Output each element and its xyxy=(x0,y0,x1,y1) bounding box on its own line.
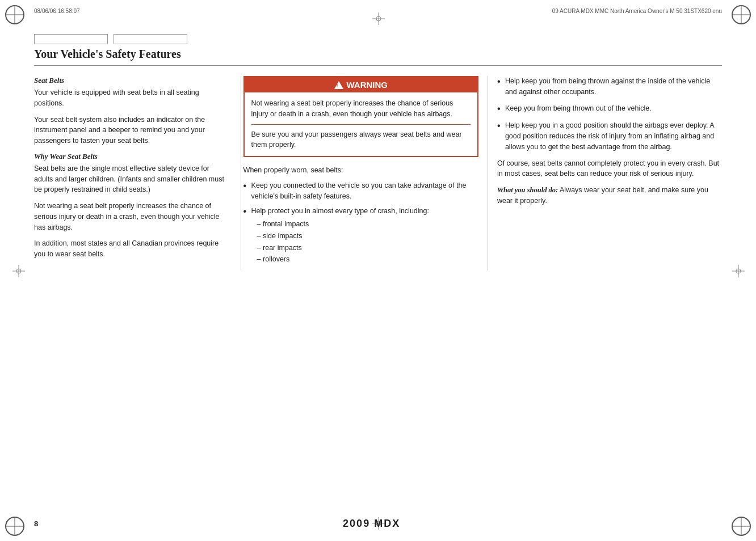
of-course-para: Of course, seat belts cannot completely … xyxy=(497,158,722,180)
right-bullet-1: • Help keep you from being thrown agains… xyxy=(497,76,722,98)
header-boxes xyxy=(34,34,722,44)
warning-triangle-icon xyxy=(334,81,343,89)
what-you-should-para: What you should do: Always wear your sea… xyxy=(497,185,722,206)
bullet-section: When properly worn, seat belts: • Keep y… xyxy=(243,165,478,266)
bullet-text-2-label: Help protect you in almost every type of… xyxy=(251,207,429,215)
warning-box: WARNING Not wearing a seat belt properly… xyxy=(243,76,478,157)
page-title: Your Vehicle's Safety Features xyxy=(34,48,722,61)
right-bullet-dot-1: • xyxy=(497,76,505,88)
page-number: 8 xyxy=(34,519,38,528)
col-left: Seat Belts Your vehicle is equipped with… xyxy=(34,76,241,265)
right-bullet-text-3: Help keep you in a good position should … xyxy=(505,120,722,152)
crosshair-right xyxy=(732,265,744,276)
header-box-2 xyxy=(114,34,187,44)
header-section: Your Vehicle's Safety Features xyxy=(34,34,722,66)
three-columns: Seat Belts Your vehicle is equipped with… xyxy=(34,76,722,270)
page: 08/06/06 16:58:07 09 ACURA MDX MMC North… xyxy=(0,0,756,541)
warning-body: Not wearing a seat belt properly increas… xyxy=(245,92,477,156)
sub-bullet-frontal: frontal impacts xyxy=(257,219,478,230)
right-bullet-text-1: Help keep you from being thrown against … xyxy=(505,76,722,98)
warning-header: WARNING xyxy=(245,77,477,92)
footer: 8 2009 MDX xyxy=(34,518,722,530)
header-box-1 xyxy=(34,34,108,44)
why-wear-para3: Seat belts are the single most effective… xyxy=(34,163,229,195)
right-bullet-3: • Help keep you in a good position shoul… xyxy=(497,120,722,152)
bullet-text-2: Help protect you in almost every type of… xyxy=(251,206,478,266)
what-you-should-label: What you should do: xyxy=(497,186,558,194)
why-wear-para4: Not wearing a seat belt properly increas… xyxy=(34,201,229,233)
footer-model: 2009 MDX xyxy=(343,518,400,530)
crosshair-top xyxy=(372,12,384,24)
meta-line: 08/06/06 16:58:07 09 ACURA MDX MMC North… xyxy=(34,8,722,14)
sub-bullet-list: frontal impacts side impacts rear impact… xyxy=(257,219,478,265)
right-bullet-2: • Keep you from being thrown out of the … xyxy=(497,103,722,115)
corner-decoration-bl xyxy=(5,516,25,536)
right-bullet-dot-3: • xyxy=(497,120,505,132)
main-content: Your Vehicle's Safety Features Seat Belt… xyxy=(34,34,722,507)
warning-body1: Not wearing a seat belt properly increas… xyxy=(251,98,471,120)
bullet-text-1: Keep you connected to the vehicle so you… xyxy=(251,180,478,202)
why-wear-para5: In addition, most states and all Canadia… xyxy=(34,238,229,260)
right-bullet-dot-2: • xyxy=(497,103,505,115)
warning-body2: Be sure you and your passengers always w… xyxy=(251,129,471,151)
sub-bullet-side: side impacts xyxy=(257,231,478,242)
corner-decoration-tr xyxy=(731,5,751,25)
bullet-dot-1: • xyxy=(243,180,251,192)
meta-docinfo: 09 ACURA MDX MMC North America Owner's M… xyxy=(552,8,722,14)
seat-belts-heading: Seat Belts xyxy=(34,76,229,85)
seat-belts-para2: Your seat belt system also includes an i… xyxy=(34,115,229,146)
warning-label: WARNING xyxy=(347,80,388,90)
col-mid: WARNING Not wearing a seat belt properly… xyxy=(241,76,488,270)
seat-belts-para1: Your vehicle is equipped with seat belts… xyxy=(34,87,229,109)
corner-decoration-br xyxy=(731,516,751,536)
bullet-intro: When properly worn, seat belts: xyxy=(243,165,478,176)
sub-bullet-rollovers: rollovers xyxy=(257,254,478,265)
right-bullet-text-2: Keep you from being thrown out of the ve… xyxy=(505,103,722,114)
warning-divider xyxy=(251,124,471,125)
sub-bullet-rear: rear impacts xyxy=(257,243,478,253)
meta-timestamp: 08/06/06 16:58:07 xyxy=(34,8,80,14)
col-right: • Help keep you from being thrown agains… xyxy=(488,76,722,206)
why-wear-heading: Why Wear Seat Belts xyxy=(34,152,229,161)
corner-decoration-tl xyxy=(5,5,25,25)
bullet-item-1: • Keep you connected to the vehicle so y… xyxy=(243,180,478,202)
crosshair-left xyxy=(12,265,24,276)
bullet-item-2: • Help protect you in almost every type … xyxy=(243,206,478,266)
bullet-dot-2: • xyxy=(243,206,251,218)
